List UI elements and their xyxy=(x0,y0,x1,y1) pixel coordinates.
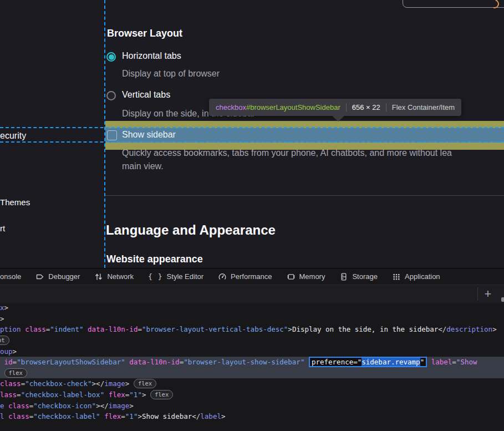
markup-token: ption xyxy=(0,325,21,333)
markup-token: ></ xyxy=(92,379,105,388)
infobar-divider xyxy=(346,103,347,111)
markup-line[interactable]: flex xyxy=(0,368,504,379)
markup-token: = xyxy=(29,402,34,410)
infobar-dimensions: 656 × 22 xyxy=(352,103,380,111)
create-new-node-button[interactable]: + xyxy=(480,285,496,303)
markup-token: "checkbox-icon" xyxy=(33,402,96,410)
markup-token xyxy=(125,358,130,366)
tab-memory[interactable]: Memory xyxy=(287,272,325,281)
markup-token: = xyxy=(121,412,125,420)
markup-token: image xyxy=(104,379,125,388)
markup-token: "checkbox-label" xyxy=(33,412,100,420)
tab-console[interactable]: onsole xyxy=(0,272,21,281)
show-sidebar-label[interactable]: Show sidebar xyxy=(122,130,176,140)
markup-token: "browser-layout-vertical-tabs-desc" xyxy=(142,325,288,333)
sidebar-item-extensions-themes[interactable]: Themes xyxy=(0,197,30,207)
tab-application[interactable]: Application xyxy=(392,272,440,281)
markup-token: = xyxy=(452,358,456,366)
markup-token: data-l10n-id xyxy=(129,358,179,366)
vertical-tabs-label[interactable]: Vertical tabs xyxy=(122,90,170,100)
markup-token: x xyxy=(0,303,4,312)
markup-token: "checkbox-check" xyxy=(25,379,91,388)
section-separator xyxy=(105,195,504,196)
horizontal-tabs-label[interactable]: Horizontal tabs xyxy=(122,51,181,61)
sidebar-item-label: Themes xyxy=(0,197,30,207)
highlighter-guide-top xyxy=(0,127,504,128)
tab-label: Debugger xyxy=(48,272,80,281)
markup-token: "browser-layout-show-sidebar" xyxy=(184,358,304,366)
markup-token: </ xyxy=(192,412,200,420)
show-sidebar-highlighted-row[interactable]: Show sidebar xyxy=(105,128,504,143)
markup-token xyxy=(4,402,9,410)
sidebar-item-privacy-security[interactable]: ecurity xyxy=(0,131,26,141)
flex-badge[interactable]: flex xyxy=(150,390,173,399)
infobar-id: #browserLayoutShowSidebar xyxy=(246,103,340,111)
toolbar-separator xyxy=(477,287,478,301)
vertical-tabs-radio[interactable] xyxy=(106,91,116,100)
attribute-editor[interactable]: preference="sidebar.revamp" xyxy=(309,357,427,367)
markup-line[interactable]: ot xyxy=(0,335,504,346)
markup-line[interactable]: oup> xyxy=(0,346,504,357)
tab-debugger[interactable]: Debugger xyxy=(35,272,80,281)
markup-line[interactable]: > xyxy=(0,313,504,324)
markup-token xyxy=(21,325,26,333)
horizontal-tabs-radio[interactable] xyxy=(106,52,116,62)
markup-line[interactable]: lass="checkbox-label-box" flex="1"> flex xyxy=(0,389,504,400)
selected-text: sidebar.revamp xyxy=(362,358,420,366)
markup-line[interactable]: e class="checkbox-icon"></image> xyxy=(0,400,504,411)
storage-icon xyxy=(339,272,348,281)
style-editor-icon: { } xyxy=(148,272,162,281)
flex-badge[interactable]: flex xyxy=(4,368,27,378)
highlighter-guide-left xyxy=(104,0,105,268)
markup-line[interactable]: ption class="indent" data-l10n-id="brows… xyxy=(0,324,504,335)
sidebar-item-label: rt xyxy=(0,224,5,233)
partial-icon xyxy=(501,297,504,302)
firefox-window: ecurity Themes rt Browser Layout Horizon… xyxy=(0,0,504,431)
markup-token xyxy=(100,412,105,420)
markup-line[interactable]: l class="checkbox-label" flex="1">Show s… xyxy=(0,411,504,422)
sidebar-item-support[interactable]: rt xyxy=(0,224,5,233)
markup-token: data-l10n-id xyxy=(88,325,138,333)
markup-token: = xyxy=(21,379,26,388)
markup-token xyxy=(0,369,4,377)
infobar-layout-info: Flex Container/Item xyxy=(392,103,455,111)
markup-line[interactable]: class="checkbox-check"></image> flex xyxy=(0,378,504,389)
memory-icon xyxy=(287,272,296,281)
markup-token xyxy=(104,391,109,399)
markup-token: = xyxy=(17,391,21,399)
tab-performance[interactable]: Performance xyxy=(218,272,272,281)
tab-storage[interactable]: Storage xyxy=(339,272,378,281)
markup-token: flex xyxy=(109,391,125,399)
markup-token: = xyxy=(138,325,142,333)
partial-badge[interactable]: ot xyxy=(0,336,9,345)
infobar-tag: checkbox xyxy=(216,103,246,111)
markup-token: label xyxy=(431,358,452,366)
devtools-panel: onsole Debugger Network { } Style Editor… xyxy=(0,268,504,431)
show-sidebar-checkbox[interactable] xyxy=(107,130,117,140)
markup-token: = xyxy=(13,358,17,366)
markup-line[interactable]: id="browserLayoutShowSidebar" data-l10n-… xyxy=(0,357,504,368)
markup-token: > xyxy=(142,391,150,399)
markup-token: "checkbox-label-box" xyxy=(21,391,105,399)
tab-label: Storage xyxy=(352,272,378,281)
tab-label: onsole xyxy=(0,272,21,281)
flex-badge[interactable]: flex xyxy=(134,379,156,388)
markup-token: = xyxy=(180,358,184,366)
infobar-caret xyxy=(332,116,344,121)
markup-line[interactable]: x> xyxy=(0,302,504,313)
tab-style-editor[interactable]: { } Style Editor xyxy=(148,272,203,281)
markup-token xyxy=(304,358,309,366)
markup-token: oup xyxy=(0,347,13,356)
tab-label: Performance xyxy=(231,272,272,281)
markup-token: ></ xyxy=(96,402,109,410)
find-in-settings-input[interactable] xyxy=(403,0,504,8)
markup-token: class xyxy=(0,379,21,388)
tab-label: Style Editor xyxy=(167,272,203,281)
markup-token: flex xyxy=(104,412,121,420)
markup-token: class xyxy=(8,402,29,410)
markup-token: Display on the side, in the sidebar xyxy=(292,325,438,333)
tab-network[interactable]: Network xyxy=(94,272,134,281)
markup-lines: x>>ption class="indent" data-l10n-id="br… xyxy=(0,302,504,431)
markup-token: = xyxy=(125,391,130,399)
markup-token: l xyxy=(0,412,4,420)
